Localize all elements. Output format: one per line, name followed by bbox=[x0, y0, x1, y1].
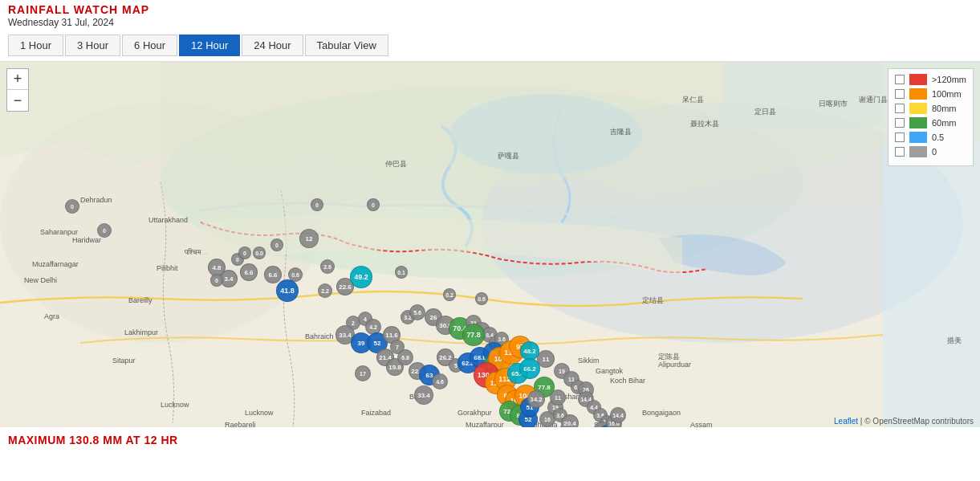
legend-item: 0 bbox=[895, 146, 966, 157]
tab-6-hour[interactable]: 6 Hour bbox=[122, 35, 177, 56]
tab-24-hour[interactable]: 24 Hour bbox=[242, 35, 303, 56]
legend-color-swatch bbox=[909, 132, 927, 143]
map-data-point[interactable]: 2.6 bbox=[320, 259, 335, 274]
legend-checkbox[interactable] bbox=[895, 147, 905, 157]
map-data-point[interactable]: 17 bbox=[355, 365, 371, 381]
map-data-point[interactable]: 0.0 bbox=[253, 247, 266, 259]
osm-attribution: © OpenStreetMap contributors bbox=[864, 417, 974, 426]
legend-color-swatch bbox=[909, 74, 927, 85]
legend-checkbox[interactable] bbox=[895, 104, 905, 113]
legend-label: 0.5 bbox=[932, 132, 944, 142]
tab-bar: 1 Hour3 Hour6 Hour12 Hour24 HourTabular … bbox=[0, 30, 980, 62]
legend-color-swatch bbox=[909, 88, 927, 100]
legend-color-swatch bbox=[909, 103, 927, 114]
tab-tabular-view[interactable]: Tabular View bbox=[305, 35, 388, 56]
legend-checkbox[interactable] bbox=[895, 118, 905, 128]
legend-label: >120mm bbox=[932, 75, 966, 84]
zoom-in-button[interactable]: + bbox=[7, 69, 28, 90]
page-title: RAINFALL WATCH MAP bbox=[8, 3, 972, 16]
map-data-point[interactable]: 11 bbox=[550, 389, 566, 406]
legend-color-swatch bbox=[909, 117, 927, 128]
page-date: Wednesday 31 Jul, 2024 bbox=[8, 17, 972, 28]
max-rainfall-text: MAXIMUM 130.8 MM AT 12 HR bbox=[8, 434, 178, 446]
legend-color-swatch bbox=[909, 146, 927, 157]
map-data-point[interactable]: 77.8 bbox=[462, 324, 485, 346]
legend-label: 100mm bbox=[932, 89, 962, 99]
legend-label: 80mm bbox=[932, 104, 957, 113]
map-data-point[interactable]: 0.2 bbox=[443, 288, 456, 301]
map-data-point[interactable]: 12 bbox=[299, 229, 319, 248]
map-data-point[interactable]: 14.4 bbox=[610, 407, 626, 423]
map-data-point[interactable]: 0 bbox=[65, 199, 79, 214]
legend-checkbox[interactable] bbox=[895, 89, 905, 99]
map-data-point[interactable]: 49.2 bbox=[350, 266, 372, 288]
legend-label: 60mm bbox=[932, 118, 957, 128]
map-data-point[interactable]: 20.4 bbox=[561, 414, 579, 427]
zoom-controls[interactable]: + − bbox=[6, 68, 29, 112]
legend-checkbox[interactable] bbox=[895, 132, 905, 142]
map-data-point[interactable]: 6.8 bbox=[397, 349, 413, 365]
page-header: RAINFALL WATCH MAP Wednesday 31 Jul, 202… bbox=[0, 0, 980, 30]
legend-item: >120mm bbox=[895, 74, 966, 85]
map-data-point[interactable]: 34.2 bbox=[527, 390, 545, 408]
map-data-point[interactable]: 0.6 bbox=[475, 292, 488, 305]
leaflet-link[interactable]: Leaflet bbox=[834, 417, 858, 426]
tab-12-hour[interactable]: 12 Hour bbox=[179, 35, 240, 56]
tab-3-hour[interactable]: 3 Hour bbox=[65, 35, 120, 56]
map-attribution: Leaflet | © OpenStreetMap contributors bbox=[834, 417, 974, 426]
legend-checkbox[interactable] bbox=[895, 75, 905, 84]
map-data-point[interactable]: 0 bbox=[367, 198, 380, 211]
map-data-point[interactable]: 41.8 bbox=[276, 279, 299, 302]
legend-item: 60mm bbox=[895, 117, 966, 128]
map-data-point[interactable]: 5.6 bbox=[409, 304, 425, 320]
map-data-point[interactable]: 4.6 bbox=[432, 373, 448, 389]
zoom-out-button[interactable]: − bbox=[7, 90, 28, 111]
map-data-point[interactable]: 0 bbox=[311, 198, 323, 211]
map-data-point[interactable]: 0.1 bbox=[395, 266, 408, 279]
map-container[interactable]: New Delhi Agra Bareilly Lucknow Dehradun… bbox=[0, 62, 980, 427]
legend-item: 0.5 bbox=[895, 132, 966, 143]
map-data-point[interactable]: 6.6 bbox=[264, 266, 282, 283]
map-data-point[interactable]: 0 bbox=[238, 247, 251, 259]
map-data-point[interactable]: 2.2 bbox=[318, 283, 332, 298]
tab-1-hour[interactable]: 1 Hour bbox=[8, 35, 63, 56]
legend-label: 0 bbox=[932, 147, 937, 157]
map-data-point[interactable]: 6.6 bbox=[240, 263, 258, 281]
legend: >120mm 100mm 80mm 60mm 0.5 0 bbox=[888, 68, 974, 166]
footer: MAXIMUM 130.8 MM AT 12 HR bbox=[0, 427, 980, 453]
legend-item: 100mm bbox=[895, 88, 966, 100]
map-data-point[interactable]: 0 bbox=[210, 274, 223, 287]
map-data-point[interactable]: 11 bbox=[537, 350, 555, 368]
data-points-container: 004.83.46.66.60.62.61241.82.222.649.2000… bbox=[0, 62, 980, 427]
map-data-point[interactable]: 33.4 bbox=[414, 385, 433, 405]
map-data-point[interactable]: 0 bbox=[97, 223, 112, 238]
map-data-point[interactable]: 0 bbox=[270, 238, 283, 251]
legend-item: 80mm bbox=[895, 103, 966, 114]
